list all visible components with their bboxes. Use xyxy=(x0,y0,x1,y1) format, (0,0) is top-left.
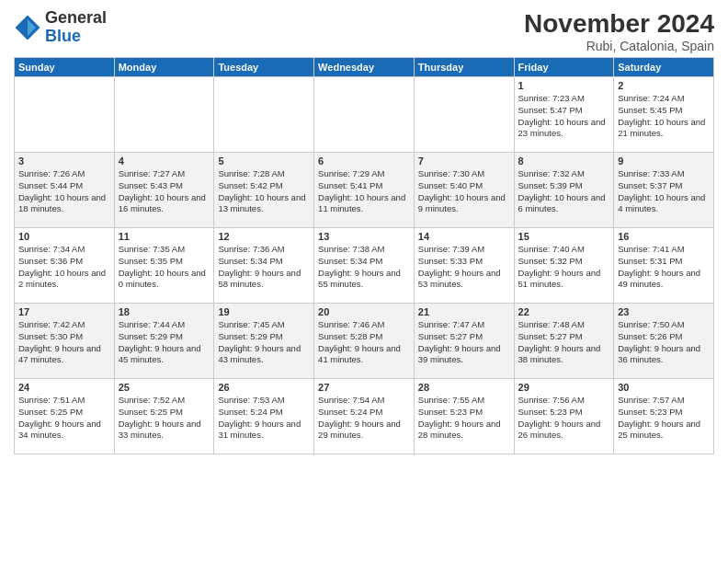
day-info: Daylight: 9 hours and 34 minutes. xyxy=(18,419,110,442)
day-info: Sunrise: 7:34 AM xyxy=(18,244,110,256)
day-cell-11: 11Sunrise: 7:35 AMSunset: 5:35 PMDayligh… xyxy=(114,228,214,304)
day-cell-12: 12Sunrise: 7:36 AMSunset: 5:34 PMDayligh… xyxy=(214,228,314,304)
day-info: Sunrise: 7:26 AM xyxy=(18,168,110,180)
day-number: 11 xyxy=(119,231,210,242)
day-info: Sunset: 5:27 PM xyxy=(518,331,610,343)
day-info: Sunrise: 7:44 AM xyxy=(119,319,210,331)
day-cell-10: 10Sunrise: 7:34 AMSunset: 5:36 PMDayligh… xyxy=(15,228,115,304)
day-info: Sunset: 5:23 PM xyxy=(618,407,710,419)
day-info: Daylight: 9 hours and 39 minutes. xyxy=(418,343,510,367)
day-cell-17: 17Sunrise: 7:42 AMSunset: 5:30 PMDayligh… xyxy=(15,304,115,379)
day-info: Sunrise: 7:28 AM xyxy=(218,168,310,180)
day-info: Daylight: 10 hours and 13 minutes. xyxy=(218,192,310,216)
day-cell-28: 28Sunrise: 7:55 AMSunset: 5:23 PMDayligh… xyxy=(414,379,514,454)
day-cell-22: 22Sunrise: 7:48 AMSunset: 5:27 PMDayligh… xyxy=(514,304,614,379)
day-info: Sunset: 5:43 PM xyxy=(119,180,210,192)
day-info: Sunset: 5:24 PM xyxy=(318,407,410,419)
weekday-header-saturday: Saturday xyxy=(614,58,714,77)
day-info: Sunset: 5:36 PM xyxy=(18,256,110,268)
day-cell-5: 5Sunrise: 7:28 AMSunset: 5:42 PMDaylight… xyxy=(214,153,314,228)
day-info: Daylight: 9 hours and 38 minutes. xyxy=(518,343,610,367)
weekday-header-wednesday: Wednesday xyxy=(314,58,415,77)
calendar-header: SundayMondayTuesdayWednesdayThursdayFrid… xyxy=(15,58,714,77)
week-row-1: 3Sunrise: 7:26 AMSunset: 5:44 PMDaylight… xyxy=(15,153,714,228)
day-info: Sunrise: 7:48 AM xyxy=(518,319,610,331)
day-number: 24 xyxy=(18,382,110,393)
weekday-row: SundayMondayTuesdayWednesdayThursdayFrid… xyxy=(15,58,714,77)
location: Rubi, Catalonia, Spain xyxy=(524,39,714,53)
day-cell-2: 2Sunrise: 7:24 AMSunset: 5:45 PMDaylight… xyxy=(614,77,714,153)
logo-text: General Blue xyxy=(45,9,107,46)
day-info: Sunrise: 7:55 AM xyxy=(418,395,510,407)
day-cell-15: 15Sunrise: 7:40 AMSunset: 5:32 PMDayligh… xyxy=(514,228,614,304)
title-block: November 2024 Rubi, Catalonia, Spain xyxy=(524,9,714,53)
day-info: Sunrise: 7:56 AM xyxy=(518,395,610,407)
week-row-4: 24Sunrise: 7:51 AMSunset: 5:25 PMDayligh… xyxy=(15,379,714,454)
day-info: Sunrise: 7:54 AM xyxy=(318,395,410,407)
logo-icon xyxy=(14,14,41,41)
day-cell-30: 30Sunrise: 7:57 AMSunset: 5:23 PMDayligh… xyxy=(614,379,714,454)
calendar-table: SundayMondayTuesdayWednesdayThursdayFrid… xyxy=(14,57,714,454)
day-info: Sunrise: 7:52 AM xyxy=(119,395,210,407)
day-info: Sunset: 5:31 PM xyxy=(618,256,710,268)
day-info: Daylight: 9 hours and 45 minutes. xyxy=(119,343,210,367)
day-info: Sunset: 5:39 PM xyxy=(518,180,610,192)
day-info: Sunset: 5:40 PM xyxy=(418,180,510,192)
day-number: 30 xyxy=(618,382,710,393)
day-cell-14: 14Sunrise: 7:39 AMSunset: 5:33 PMDayligh… xyxy=(414,228,514,304)
day-number: 29 xyxy=(518,382,610,393)
day-info: Daylight: 9 hours and 47 minutes. xyxy=(18,343,110,367)
day-info: Sunset: 5:26 PM xyxy=(618,331,710,343)
day-info: Sunset: 5:29 PM xyxy=(218,331,310,343)
weekday-header-friday: Friday xyxy=(514,58,614,77)
day-cell-9: 9Sunrise: 7:33 AMSunset: 5:37 PMDaylight… xyxy=(614,153,714,228)
day-cell-16: 16Sunrise: 7:41 AMSunset: 5:31 PMDayligh… xyxy=(614,228,714,304)
logo: General Blue xyxy=(14,9,107,46)
day-info: Daylight: 10 hours and 18 minutes. xyxy=(18,192,110,216)
day-number: 23 xyxy=(618,306,710,317)
week-row-0: 1Sunrise: 7:23 AMSunset: 5:47 PMDaylight… xyxy=(15,77,714,153)
day-cell-1: 1Sunrise: 7:23 AMSunset: 5:47 PMDaylight… xyxy=(514,77,614,153)
day-info: Daylight: 10 hours and 9 minutes. xyxy=(418,192,510,216)
day-info: Daylight: 9 hours and 36 minutes. xyxy=(618,343,710,367)
day-info: Sunset: 5:25 PM xyxy=(18,407,110,419)
day-number: 12 xyxy=(218,231,310,242)
day-info: Daylight: 10 hours and 2 minutes. xyxy=(18,268,110,292)
day-cell-25: 25Sunrise: 7:52 AMSunset: 5:25 PMDayligh… xyxy=(114,379,214,454)
day-info: Sunrise: 7:38 AM xyxy=(318,244,410,256)
weekday-header-sunday: Sunday xyxy=(15,58,115,77)
day-info: Daylight: 9 hours and 25 minutes. xyxy=(618,419,710,442)
day-number: 26 xyxy=(218,382,310,393)
day-info: Sunset: 5:42 PM xyxy=(218,180,310,192)
day-info: Sunrise: 7:57 AM xyxy=(618,395,710,407)
day-cell-4: 4Sunrise: 7:27 AMSunset: 5:43 PMDaylight… xyxy=(114,153,214,228)
day-info: Sunset: 5:47 PM xyxy=(518,105,610,117)
day-cell-8: 8Sunrise: 7:32 AMSunset: 5:39 PMDaylight… xyxy=(514,153,614,228)
day-cell-21: 21Sunrise: 7:47 AMSunset: 5:27 PMDayligh… xyxy=(414,304,514,379)
day-cell-19: 19Sunrise: 7:45 AMSunset: 5:29 PMDayligh… xyxy=(214,304,314,379)
day-info: Sunset: 5:28 PM xyxy=(318,331,410,343)
day-number: 2 xyxy=(618,80,710,91)
day-info: Daylight: 10 hours and 0 minutes. xyxy=(119,268,210,292)
day-info: Sunset: 5:34 PM xyxy=(318,256,410,268)
day-cell-empty xyxy=(414,77,514,153)
day-cell-13: 13Sunrise: 7:38 AMSunset: 5:34 PMDayligh… xyxy=(314,228,415,304)
day-info: Sunset: 5:24 PM xyxy=(218,407,310,419)
day-info: Sunset: 5:44 PM xyxy=(18,180,110,192)
week-row-2: 10Sunrise: 7:34 AMSunset: 5:36 PMDayligh… xyxy=(15,228,714,304)
day-number: 6 xyxy=(318,155,410,167)
day-number: 22 xyxy=(518,306,610,317)
weekday-header-tuesday: Tuesday xyxy=(214,58,314,77)
day-info: Daylight: 9 hours and 49 minutes. xyxy=(618,268,710,292)
day-number: 8 xyxy=(518,155,610,167)
day-info: Daylight: 9 hours and 43 minutes. xyxy=(218,343,310,367)
day-info: Sunset: 5:35 PM xyxy=(119,256,210,268)
day-info: Sunset: 5:23 PM xyxy=(518,407,610,419)
day-cell-empty xyxy=(314,77,415,153)
day-number: 17 xyxy=(18,306,110,317)
day-info: Sunset: 5:45 PM xyxy=(618,105,710,117)
day-info: Sunset: 5:37 PM xyxy=(618,180,710,192)
day-number: 25 xyxy=(119,382,210,393)
day-info: Sunrise: 7:27 AM xyxy=(119,168,210,180)
day-cell-27: 27Sunrise: 7:54 AMSunset: 5:24 PMDayligh… xyxy=(314,379,415,454)
